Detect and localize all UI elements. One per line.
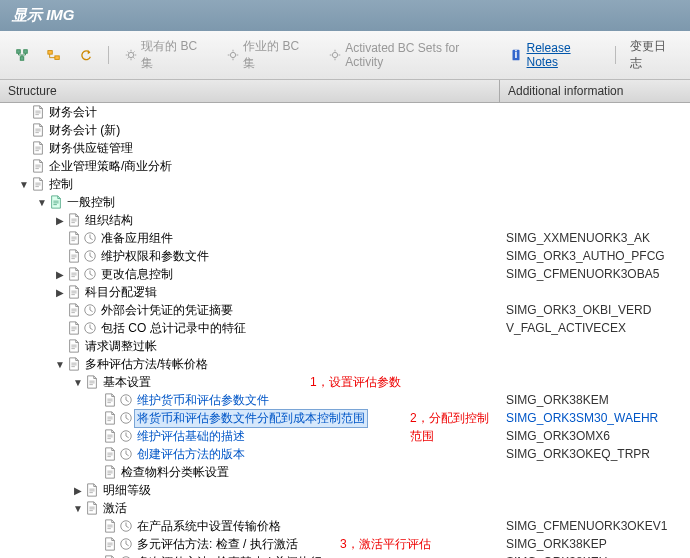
tree-row[interactable]: ▼基本设置1，设置评估参数 xyxy=(0,373,690,391)
additional-info-cell: SIMG_CFMENUORK3OKEV1 xyxy=(500,519,690,533)
tree-row[interactable]: •创建评估方法的版本SIMG_ORK3OKEQ_TRPR xyxy=(0,445,690,463)
tree-node-label: 一般控制 xyxy=(64,194,115,211)
tree-node-label[interactable]: 维护货币和评估参数文件 xyxy=(134,392,269,409)
tree-node-label[interactable]: 创建评估方法的版本 xyxy=(134,446,245,463)
tree-node-label: 多元评估方法: 检查 / 执行激活 xyxy=(134,536,298,553)
activated-bc-label: Activated BC Sets for Activity xyxy=(345,41,492,69)
tree-row[interactable]: ▶科目分配逻辑 xyxy=(0,283,690,301)
tree-row[interactable]: ▼多种评估方法/转帐价格 xyxy=(0,355,690,373)
expand-toggle[interactable]: ▶ xyxy=(54,287,66,298)
additional-info-cell: SIMG_ORK3SM30_WAEHR xyxy=(500,411,690,425)
collapse-all-button[interactable] xyxy=(40,44,68,66)
document-icon xyxy=(66,230,82,246)
tree-row[interactable]: •维护评估基础的描述范围SIMG_ORK3OMX6 xyxy=(0,427,690,445)
refresh-button[interactable] xyxy=(72,44,100,66)
tree-row[interactable]: ▶明细等级 xyxy=(0,481,690,499)
tree-row[interactable]: •维护货币和评估参数文件SIMG_ORK38KEM xyxy=(0,391,690,409)
tree-row[interactable]: •准备应用组件SIMG_XXMENUORK3_AK xyxy=(0,229,690,247)
additional-info-cell: SIMG_ORK38KEM xyxy=(500,393,690,407)
tree-node-label[interactable]: 将货币和评估参数文件分配到成本控制范围 xyxy=(134,409,368,428)
tree-row[interactable]: •将货币和评估参数文件分配到成本控制范围2，分配到控制SIMG_ORK3SM30… xyxy=(0,409,690,427)
tree-row[interactable]: ▶更改信息控制SIMG_CFMENUORK3OBA5 xyxy=(0,265,690,283)
document-icon xyxy=(102,554,118,558)
svg-rect-2 xyxy=(20,57,24,61)
document-icon xyxy=(30,140,46,156)
job-bc-button[interactable]: 作业的 BC 集 xyxy=(219,35,317,75)
window-title: 显示 IMG xyxy=(0,0,690,31)
expand-toggle[interactable]: ▶ xyxy=(72,485,84,496)
collapse-toggle[interactable]: ▼ xyxy=(36,197,48,208)
collapse-toggle[interactable]: ▼ xyxy=(54,359,66,370)
activity-icon[interactable] xyxy=(118,446,134,462)
release-notes-button[interactable]: iRelease Notes xyxy=(502,38,607,72)
tree-row[interactable]: •多元评估方法: 检查 / 执行激活3，激活平行评估SIMG_ORK38KEP xyxy=(0,535,690,553)
additional-info-cell: SIMG_XXMENUORK3_AK xyxy=(500,231,690,245)
document-icon xyxy=(66,284,82,300)
tree-row[interactable]: •包括 CO 总计记录中的特征V_FAGL_ACTIVECEX xyxy=(0,319,690,337)
document-icon xyxy=(102,392,118,408)
tree-node-label: 基本设置 xyxy=(100,374,151,391)
tree-row[interactable]: •在产品系统中设置传输价格SIMG_CFMENUORK3OKEV1 xyxy=(0,517,690,535)
document-icon xyxy=(30,158,46,174)
activity-icon[interactable] xyxy=(118,536,134,552)
activity-icon[interactable] xyxy=(118,554,134,558)
document-icon xyxy=(84,374,100,390)
tree-row[interactable]: •请求调整过帐 xyxy=(0,337,690,355)
tree-row[interactable]: •财务会计 (新) xyxy=(0,121,690,139)
change-log-button[interactable]: 变更日志 xyxy=(624,35,682,75)
activity-icon[interactable] xyxy=(82,248,98,264)
svg-point-7 xyxy=(332,52,337,57)
annotation: 范围 xyxy=(410,428,434,445)
activity-icon[interactable] xyxy=(82,230,98,246)
tree-node-label: 多种评估方法/转帐价格 xyxy=(82,356,208,373)
column-headers: Structure Additional information xyxy=(0,80,690,103)
existing-bc-button[interactable]: 现有的 BC 集 xyxy=(117,35,215,75)
activity-icon[interactable] xyxy=(118,518,134,534)
tree-row[interactable]: ▼一般控制 xyxy=(0,193,690,211)
tree-node-label: 多次评估方法: 检查禁止 / 关闭执行 xyxy=(134,554,322,559)
document-icon xyxy=(66,302,82,318)
activated-bc-button[interactable]: Activated BC Sets for Activity xyxy=(321,38,498,72)
tree-row[interactable]: •检查物料分类帐设置 xyxy=(0,463,690,481)
tree-row[interactable]: ▼控制 xyxy=(0,175,690,193)
activity-icon[interactable] xyxy=(82,302,98,318)
tree-node-label: 外部会计凭证的凭证摘要 xyxy=(98,302,233,319)
svg-rect-4 xyxy=(55,56,59,60)
tree-row[interactable]: ▼激活 xyxy=(0,499,690,517)
activity-icon[interactable] xyxy=(82,320,98,336)
tree-row[interactable]: •维护权限和参数文件SIMG_ORK3_AUTHO_PFCG xyxy=(0,247,690,265)
tree-node-label: 财务供应链管理 xyxy=(46,140,133,157)
additional-info-header[interactable]: Additional information xyxy=(500,80,690,102)
tree-row[interactable]: •企业管理策略/商业分析 xyxy=(0,157,690,175)
tree-row[interactable]: •财务会计 xyxy=(0,103,690,121)
activity-icon[interactable] xyxy=(118,392,134,408)
svg-rect-3 xyxy=(48,51,52,55)
svg-text:i: i xyxy=(514,48,517,60)
tree-view[interactable]: •财务会计•财务会计 (新)•财务供应链管理•企业管理策略/商业分析▼控制▼一般… xyxy=(0,103,690,558)
tree-node-label: 控制 xyxy=(46,176,73,193)
document-icon xyxy=(84,482,100,498)
expand-toggle[interactable]: ▶ xyxy=(54,215,66,226)
tree-node-label: 科目分配逻辑 xyxy=(82,284,157,301)
tree-row[interactable]: •外部会计凭证的凭证摘要SIMG_ORK3_OKBI_VERD xyxy=(0,301,690,319)
collapse-toggle[interactable]: ▼ xyxy=(72,503,84,514)
activity-icon[interactable] xyxy=(118,410,134,426)
collapse-toggle[interactable]: ▼ xyxy=(18,179,30,190)
tree-row[interactable]: ▶组织结构 xyxy=(0,211,690,229)
expand-toggle[interactable]: ▶ xyxy=(54,269,66,280)
annotation: 1，设置评估参数 xyxy=(310,374,401,391)
expand-all-button[interactable] xyxy=(8,44,36,66)
collapse-toggle[interactable]: ▼ xyxy=(72,377,84,388)
tree-node-label[interactable]: 维护评估基础的描述 xyxy=(134,428,245,445)
activity-icon[interactable] xyxy=(118,428,134,444)
tree-row[interactable]: •多次评估方法: 检查禁止 / 关闭执行SIMG_ORK38KEU xyxy=(0,553,690,558)
hierarchy-icon xyxy=(14,47,30,63)
structure-header[interactable]: Structure xyxy=(0,80,500,102)
tree-node-label: 组织结构 xyxy=(82,212,133,229)
tree-row[interactable]: •财务供应链管理 xyxy=(0,139,690,157)
tree-node-label: 企业管理策略/商业分析 xyxy=(46,158,172,175)
additional-info-cell: SIMG_ORK3OMX6 xyxy=(500,429,690,443)
additional-info-cell: SIMG_ORK3OKEQ_TRPR xyxy=(500,447,690,461)
info-icon: i xyxy=(508,47,523,63)
activity-icon[interactable] xyxy=(82,266,98,282)
